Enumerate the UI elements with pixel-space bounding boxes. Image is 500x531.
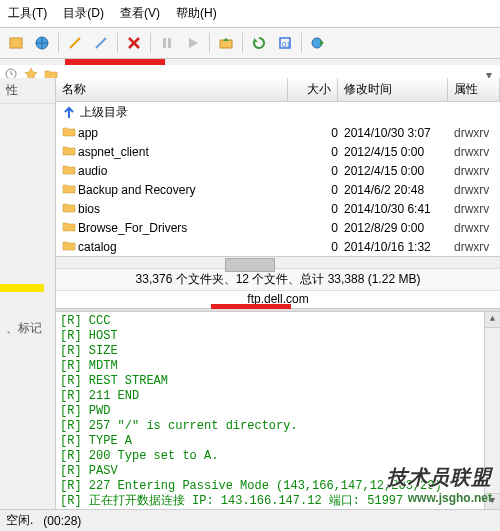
- scrollbar-thumb[interactable]: [225, 258, 275, 272]
- file-size: 0: [294, 240, 344, 254]
- highlight-marker: [211, 304, 291, 309]
- file-date: 2012/4/15 0:00: [344, 145, 454, 159]
- folder-icon: [62, 238, 76, 255]
- refresh-icon[interactable]: [247, 31, 271, 55]
- file-name: aspnet_client: [76, 145, 294, 159]
- log-line: [R] CCC: [60, 314, 496, 329]
- file-name: Backup and Recovery: [76, 183, 294, 197]
- connect-icon[interactable]: [63, 31, 87, 55]
- file-size: 0: [294, 183, 344, 197]
- file-attr: drwxrv: [454, 183, 494, 197]
- folder-icon: [62, 200, 76, 217]
- file-attr: drwxrv: [454, 202, 494, 216]
- pause-icon[interactable]: [155, 31, 179, 55]
- file-date: 2012/4/15 0:00: [344, 164, 454, 178]
- log-line: [R] 227 Entering Passive Mode (143,166,1…: [60, 479, 496, 494]
- log-line: [R] 257 "/" is current directory.: [60, 419, 496, 434]
- log-line: [R] 200 Type set to A.: [60, 449, 496, 464]
- scroll-up-icon[interactable]: ▲: [485, 312, 500, 328]
- table-row[interactable]: aspnet_client02012/4/15 0:00drwxrv: [56, 142, 500, 161]
- left-panel: 性: [0, 78, 56, 509]
- file-name: Browse_For_Drivers: [76, 221, 294, 235]
- svg-rect-3: [168, 38, 171, 48]
- left-note: 、标记: [6, 320, 42, 337]
- log-pane[interactable]: [R] CCC[R] HOST[R] SIZE[R] MDTM[R] REST …: [56, 312, 500, 509]
- parent-dir-row[interactable]: 上级目录: [56, 102, 500, 123]
- file-date: 2014/6/2 20:48: [344, 183, 454, 197]
- status-idle: 空闲.: [6, 512, 33, 529]
- menu-directory[interactable]: 目录(D): [55, 3, 112, 24]
- left-header: 性: [0, 78, 55, 104]
- file-date: 2014/10/30 6:41: [344, 202, 454, 216]
- col-size[interactable]: 大小: [288, 78, 338, 101]
- globe-icon[interactable]: [30, 31, 54, 55]
- file-attr: drwxrv: [454, 126, 494, 140]
- log-line: [R] REST STREAM: [60, 374, 496, 389]
- file-attr: drwxrv: [454, 145, 494, 159]
- separator: [150, 33, 151, 53]
- log-line: [R] MDTM: [60, 359, 496, 374]
- table-row[interactable]: Browse_For_Drivers02012/8/29 0:00drwxrv: [56, 218, 500, 237]
- svg-text:01: 01: [282, 40, 291, 49]
- scroll-down-icon[interactable]: ▼: [485, 493, 500, 509]
- file-name: bios: [76, 202, 294, 216]
- file-list[interactable]: app02014/10/30 3:07drwxrvaspnet_client02…: [56, 123, 500, 256]
- svg-rect-4: [220, 40, 232, 48]
- vertical-scrollbar[interactable]: ▲ ▼: [484, 312, 500, 509]
- file-name: audio: [76, 164, 294, 178]
- file-date: 2014/10/16 1:32: [344, 240, 454, 254]
- table-row[interactable]: catalog02014/10/16 1:32drwxrv: [56, 237, 500, 256]
- status-bar: 空闲. (00:28): [0, 509, 500, 531]
- abort-icon[interactable]: [122, 31, 146, 55]
- log-line: [R] TYPE A: [60, 434, 496, 449]
- sync-icon[interactable]: 01: [273, 31, 297, 55]
- file-size: 0: [294, 126, 344, 140]
- folder-icon: [62, 219, 76, 236]
- table-row[interactable]: app02014/10/30 3:07drwxrv: [56, 123, 500, 142]
- folder-icon: [62, 143, 76, 160]
- file-list-header: 名称 大小 修改时间 属性: [56, 78, 500, 102]
- menu-tools[interactable]: 工具(T): [0, 3, 55, 24]
- col-name[interactable]: 名称: [56, 78, 288, 101]
- transfer-icon[interactable]: [214, 31, 238, 55]
- file-size: 0: [294, 145, 344, 159]
- col-mtime[interactable]: 修改时间: [338, 78, 448, 101]
- highlight-marker: [0, 284, 44, 292]
- log-line: [R] 211 END: [60, 389, 496, 404]
- file-attr: drwxrv: [454, 164, 494, 178]
- up-arrow-icon: [62, 106, 76, 120]
- file-name: app: [76, 126, 294, 140]
- menu-help[interactable]: 帮助(H): [168, 3, 225, 24]
- summary-line: 33,376 个文件夹、12 个文件、总计 33,388 (1.22 MB): [56, 268, 500, 291]
- parent-dir-label: 上级目录: [80, 104, 128, 121]
- horizontal-scrollbar[interactable]: [56, 256, 500, 268]
- menu-view[interactable]: 查看(V): [112, 3, 168, 24]
- log-line: [R] PWD: [60, 404, 496, 419]
- svg-rect-2: [163, 38, 166, 48]
- file-size: 0: [294, 221, 344, 235]
- folder-icon: [62, 181, 76, 198]
- file-size: 0: [294, 164, 344, 178]
- folder-icon: [62, 162, 76, 179]
- file-name: catalog: [76, 240, 294, 254]
- sites-icon[interactable]: [4, 31, 28, 55]
- table-row[interactable]: audio02012/4/15 0:00drwxrv: [56, 161, 500, 180]
- log-line: [R] 正在打开数据连接 IP: 143.166.147.12 端口: 5199…: [60, 494, 496, 509]
- toolbar: 01: [0, 28, 500, 59]
- log-line: [R] PASV: [60, 464, 496, 479]
- folder-icon: [62, 124, 76, 141]
- play-icon[interactable]: [181, 31, 205, 55]
- col-attr[interactable]: 属性: [448, 78, 500, 101]
- separator: [58, 33, 59, 53]
- separator: [242, 33, 243, 53]
- globe-go-icon[interactable]: [306, 31, 330, 55]
- separator: [117, 33, 118, 53]
- file-date: 2012/8/29 0:00: [344, 221, 454, 235]
- log-line: [R] SIZE: [60, 344, 496, 359]
- separator: [301, 33, 302, 53]
- reconnect-icon[interactable]: [89, 31, 113, 55]
- table-row[interactable]: bios02014/10/30 6:41drwxrv: [56, 199, 500, 218]
- table-row[interactable]: Backup and Recovery02014/6/2 20:48drwxrv: [56, 180, 500, 199]
- file-date: 2014/10/30 3:07: [344, 126, 454, 140]
- host-line: ftp.dell.com: [56, 291, 500, 308]
